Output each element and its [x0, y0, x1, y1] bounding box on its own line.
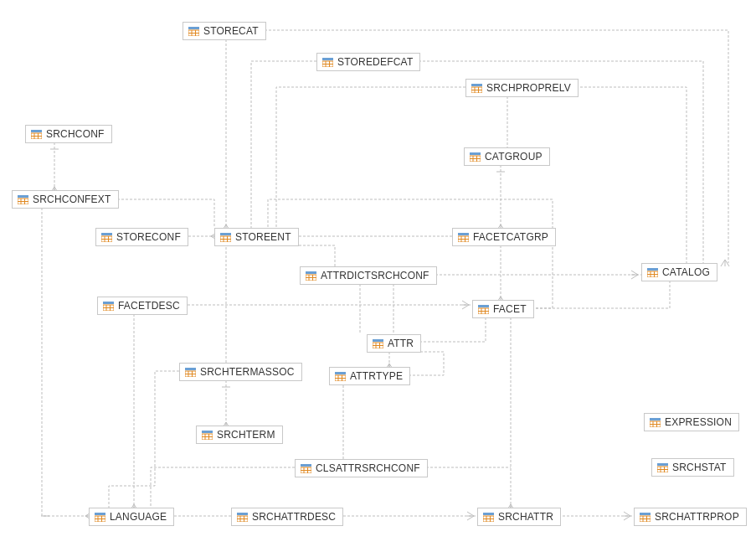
entity-srchterm[interactable]: SRCHTERM	[196, 426, 283, 444]
entity-facetcatgrp[interactable]: FACETCATGRP	[452, 228, 556, 246]
entity-label: STORECAT	[203, 25, 259, 37]
table-icon	[202, 431, 213, 440]
entity-label: SRCHSTAT	[672, 462, 727, 473]
entity-label: SRCHATTR	[498, 511, 553, 523]
entity-label: ATTRTYPE	[350, 370, 403, 382]
entity-label: ATTR	[388, 338, 414, 349]
svg-rect-91	[657, 463, 668, 466]
table-icon	[301, 464, 311, 473]
table-icon	[103, 302, 114, 311]
svg-rect-31	[101, 233, 112, 235]
table-icon	[335, 372, 346, 381]
entity-label: FACET	[493, 303, 527, 315]
table-icon	[657, 463, 668, 472]
entity-srchconfext[interactable]: SRCHCONFEXT	[12, 190, 119, 209]
entity-catgroup[interactable]: CATGROUP	[464, 147, 550, 166]
svg-rect-111	[483, 513, 494, 515]
entity-srchconf[interactable]: SRCHCONF	[25, 125, 112, 143]
svg-rect-81	[650, 418, 661, 420]
entity-label: SRCHTERMASSOC	[200, 366, 295, 378]
entity-srchstat[interactable]: SRCHSTAT	[651, 458, 734, 477]
table-icon	[373, 339, 383, 348]
entity-srchattr[interactable]: SRCHATTR	[477, 508, 561, 526]
entity-label: CATALOG	[662, 266, 710, 278]
entity-srchattrprop[interactable]: SRCHATTRPROP	[634, 508, 747, 526]
entity-label: EXPRESSION	[665, 416, 732, 428]
table-icon	[237, 513, 248, 522]
entity-clsattrsrchconf[interactable]: CLSATTRSRCHCONF	[295, 459, 428, 477]
svg-rect-116	[640, 513, 651, 515]
svg-rect-61	[478, 305, 489, 307]
table-icon	[306, 271, 316, 281]
svg-rect-86	[202, 431, 213, 433]
table-icon	[185, 368, 196, 377]
table-icon	[322, 58, 333, 67]
entity-srchtermassoc[interactable]: SRCHTERMASSOC	[179, 363, 302, 381]
entity-facet[interactable]: FACET	[472, 300, 534, 318]
table-icon	[478, 305, 489, 314]
entity-expression[interactable]: EXPRESSION	[644, 413, 739, 431]
table-icon	[483, 513, 494, 522]
svg-rect-1	[188, 27, 199, 29]
entity-attrtype[interactable]: ATTRTYPE	[329, 367, 410, 385]
svg-rect-46	[647, 268, 658, 271]
svg-rect-71	[185, 368, 196, 370]
entity-label: SRCHPROPRELV	[486, 82, 571, 94]
entity-label: FACETDESC	[118, 300, 180, 312]
entity-srchproprelv[interactable]: SRCHPROPRELV	[465, 79, 579, 97]
entity-label: CATGROUP	[485, 151, 543, 163]
er-diagram-canvas: STORECAT STOREDEFCAT SRCHPROPRELV SRCHCO…	[0, 0, 756, 552]
entity-catalog[interactable]: CATALOG	[641, 263, 717, 281]
entity-facetdesc[interactable]: FACETDESC	[97, 297, 188, 315]
table-icon	[650, 418, 661, 427]
entity-label: FACETCATGRP	[473, 231, 548, 243]
table-icon	[647, 268, 658, 277]
svg-rect-106	[237, 513, 248, 515]
svg-rect-36	[220, 233, 231, 235]
table-icon	[458, 233, 469, 242]
entity-label: LANGUAGE	[110, 511, 167, 523]
table-icon	[640, 513, 651, 522]
table-icon	[18, 195, 28, 204]
table-icon	[31, 130, 42, 139]
entity-srchattrdesc[interactable]: SRCHATTRDESC	[231, 508, 343, 526]
table-icon	[188, 27, 199, 36]
entity-label: STORECONF	[116, 231, 181, 243]
svg-rect-51	[306, 271, 316, 274]
table-icon	[470, 152, 481, 162]
table-icon	[471, 84, 482, 93]
entity-label: SRCHATTRDESC	[252, 511, 336, 523]
svg-rect-41	[458, 233, 469, 235]
entity-label: STOREENT	[235, 231, 291, 243]
entity-label: SRCHTERM	[217, 429, 275, 441]
svg-rect-6	[322, 58, 333, 60]
entity-label: STOREDEFCAT	[337, 56, 413, 68]
entity-storedefcat[interactable]: STOREDEFCAT	[316, 53, 420, 71]
svg-rect-101	[95, 513, 105, 515]
svg-rect-26	[18, 195, 28, 198]
svg-rect-56	[103, 302, 114, 304]
svg-rect-96	[301, 464, 311, 467]
table-icon	[220, 233, 231, 242]
entity-attr[interactable]: ATTR	[367, 334, 421, 353]
entity-attrdictsrchconf[interactable]: ATTRDICTSRCHCONF	[300, 266, 437, 285]
entity-storeent[interactable]: STOREENT	[214, 228, 299, 246]
entity-label: SRCHCONF	[46, 128, 105, 140]
svg-rect-21	[470, 152, 481, 155]
entity-storeconf[interactable]: STORECONF	[95, 228, 188, 246]
table-icon	[95, 513, 105, 522]
entity-storecat[interactable]: STORECAT	[183, 22, 266, 40]
table-icon	[101, 233, 112, 242]
svg-rect-66	[373, 339, 383, 342]
svg-rect-11	[471, 84, 482, 86]
svg-rect-16	[31, 130, 42, 132]
entity-label: ATTRDICTSRCHCONF	[321, 270, 429, 281]
entity-label: CLSATTRSRCHCONF	[316, 462, 420, 474]
entity-label: SRCHCONFEXT	[33, 193, 111, 205]
svg-rect-76	[335, 372, 346, 374]
entity-language[interactable]: LANGUAGE	[89, 508, 174, 526]
entity-label: SRCHATTRPROP	[655, 511, 739, 523]
